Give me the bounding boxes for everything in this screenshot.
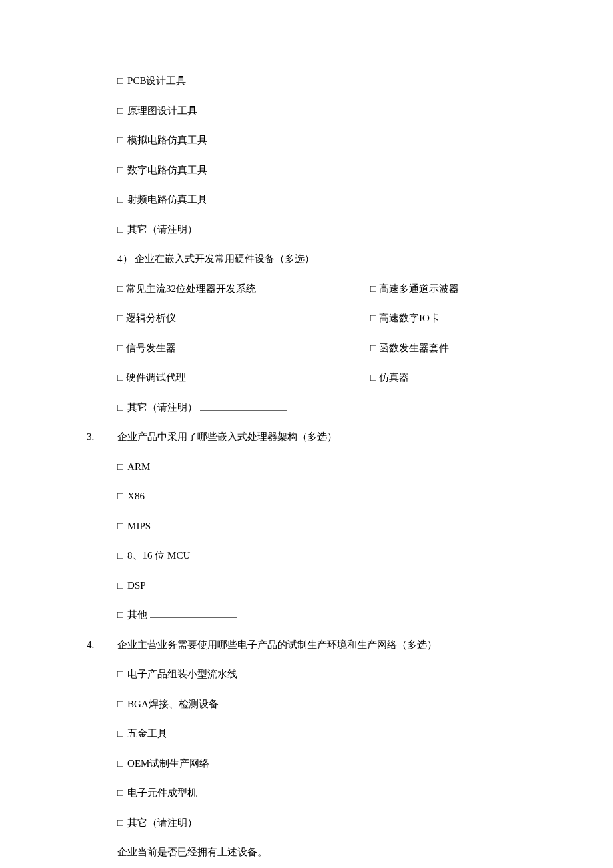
option-item: □ MIPS xyxy=(117,519,526,534)
option-label: 数字电路仿真工具 xyxy=(127,163,207,178)
checkbox-icon[interactable]: □ xyxy=(117,341,123,356)
option-label: 高速数字IO卡 xyxy=(379,311,440,326)
option-label: BGA焊接、检测设备 xyxy=(127,697,219,712)
checkbox-icon[interactable]: □ xyxy=(117,519,123,534)
checkbox-icon[interactable]: □ xyxy=(117,222,123,237)
option-item-other: □ 其他 xyxy=(117,607,526,623)
checkbox-icon[interactable]: □ xyxy=(117,163,123,178)
option-label: ARM xyxy=(127,459,150,475)
option-item: □ 数字电路仿真工具 xyxy=(117,163,526,178)
checkbox-icon[interactable]: □ xyxy=(117,726,123,741)
checkbox-icon[interactable]: □ xyxy=(117,281,123,297)
sub-question-4: 4） 企业在嵌入式开发常用硬件设备（多选） xyxy=(117,251,526,267)
checkbox-icon[interactable]: □ xyxy=(117,578,123,593)
option-label: 8、16 位 MCU xyxy=(127,548,190,563)
option-item: □ 其它（请注明） xyxy=(117,815,526,831)
option-label: PCB设计工具 xyxy=(127,73,186,89)
follow-up-text: 企业当前是否已经拥有上述设备。 xyxy=(117,845,526,860)
option-label: 硬件调试代理 xyxy=(126,370,186,385)
checkbox-icon[interactable]: □ xyxy=(117,785,123,801)
option-label: OEM试制生产网络 xyxy=(127,756,209,771)
option-label: 高速多通道示波器 xyxy=(379,281,459,297)
option-item-other: □ 其它（请注明） xyxy=(117,400,526,415)
option-item: □ 电子元件成型机 xyxy=(117,785,526,801)
checkbox-icon[interactable]: □ xyxy=(117,103,123,119)
checkbox-icon[interactable]: □ xyxy=(117,459,123,475)
question-number: 3. xyxy=(87,429,117,445)
checkbox-icon[interactable]: □ xyxy=(370,341,376,356)
question-3: 3. 企业产品中采用了哪些嵌入式处理器架构（多选） xyxy=(87,429,526,445)
option-item: □ 模拟电路仿真工具 xyxy=(117,133,526,148)
option-item: □ OEM试制生产网络 xyxy=(117,756,526,771)
checkbox-icon[interactable]: □ xyxy=(117,667,123,682)
option-item: □ BGA焊接、检测设备 xyxy=(117,697,526,712)
option-item: □ 8、16 位 MCU xyxy=(117,548,526,563)
checkbox-icon[interactable]: □ xyxy=(117,489,123,504)
checkbox-icon[interactable]: □ xyxy=(117,370,123,385)
question-4: 4. 企业主营业务需要使用哪些电子产品的试制生产环境和生产网络（多选） xyxy=(87,637,526,653)
checkbox-icon[interactable]: □ xyxy=(370,311,376,326)
option-label: 原理图设计工具 xyxy=(127,103,197,119)
checkbox-icon[interactable]: □ xyxy=(117,548,123,563)
checkbox-icon[interactable]: □ xyxy=(117,311,123,326)
option-item: □ 五金工具 xyxy=(117,726,526,741)
option-label: 函数发生器套件 xyxy=(379,341,449,356)
option-label: 常见主流32位处理器开发系统 xyxy=(126,281,256,297)
option-row: □ 硬件调试代理 □ 仿真器 xyxy=(117,370,526,385)
question-text: 企业主营业务需要使用哪些电子产品的试制生产环境和生产网络（多选） xyxy=(117,637,526,653)
option-item: □ 原理图设计工具 xyxy=(117,103,526,119)
option-label: X86 xyxy=(127,489,145,504)
fill-in-blank[interactable] xyxy=(200,401,287,411)
option-row: □ 逻辑分析仪 □ 高速数字IO卡 xyxy=(117,311,526,326)
checkbox-icon[interactable]: □ xyxy=(117,133,123,148)
checkbox-icon[interactable]: □ xyxy=(117,697,123,712)
option-label: 信号发生器 xyxy=(126,341,176,356)
option-label: 其它（请注明） xyxy=(127,815,197,831)
option-label: 射频电路仿真工具 xyxy=(127,192,207,207)
option-label: 五金工具 xyxy=(127,726,167,741)
option-row: □ 常见主流32位处理器开发系统 □ 高速多通道示波器 xyxy=(117,281,526,297)
option-item: □ PCB设计工具 xyxy=(117,73,526,89)
option-label: 其他 xyxy=(127,607,147,623)
option-item: □ X86 xyxy=(117,489,526,504)
checkbox-icon[interactable]: □ xyxy=(117,73,123,89)
option-row: □ 信号发生器 □ 函数发生器套件 xyxy=(117,341,526,356)
question-number: 4. xyxy=(87,637,117,653)
checkbox-icon[interactable]: □ xyxy=(370,281,376,297)
fill-in-blank[interactable] xyxy=(150,609,237,619)
checkbox-icon[interactable]: □ xyxy=(117,815,123,831)
option-label: MIPS xyxy=(127,519,151,534)
option-label: DSP xyxy=(127,578,146,593)
checkbox-icon[interactable]: □ xyxy=(117,607,123,623)
checkbox-icon[interactable]: □ xyxy=(370,370,376,385)
option-item: □ 射频电路仿真工具 xyxy=(117,192,526,207)
option-item: □ 其它（请注明） xyxy=(117,222,526,237)
option-label: 其它（请注明） xyxy=(127,222,197,237)
option-label: 模拟电路仿真工具 xyxy=(127,133,207,148)
option-item: □ ARM xyxy=(117,459,526,475)
option-label: 逻辑分析仪 xyxy=(126,311,176,326)
question-text: 企业产品中采用了哪些嵌入式处理器架构（多选） xyxy=(117,429,526,445)
checkbox-icon[interactable]: □ xyxy=(117,192,123,207)
option-label: 仿真器 xyxy=(379,370,409,385)
option-item: □ DSP xyxy=(117,578,526,593)
option-label: 电子元件成型机 xyxy=(127,785,197,801)
checkbox-icon[interactable]: □ xyxy=(117,756,123,771)
checkbox-icon[interactable]: □ xyxy=(117,400,123,415)
option-label: 电子产品组装小型流水线 xyxy=(127,667,237,682)
option-item: □ 电子产品组装小型流水线 xyxy=(117,667,526,682)
option-label: 其它（请注明） xyxy=(127,400,197,415)
